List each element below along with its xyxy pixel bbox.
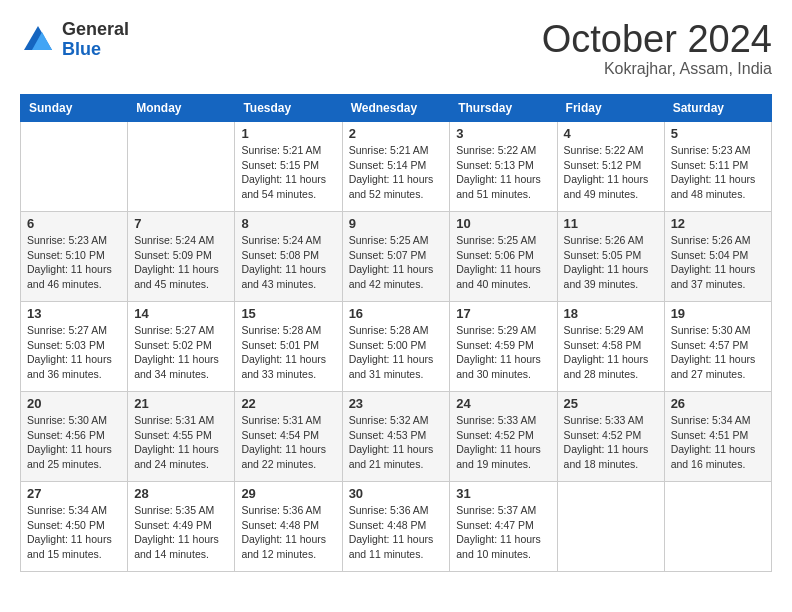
day-info: Sunrise: 5:29 AM Sunset: 4:59 PM Dayligh… [456, 323, 550, 382]
day-info: Sunrise: 5:21 AM Sunset: 5:14 PM Dayligh… [349, 143, 444, 202]
calendar-cell: 27Sunrise: 5:34 AM Sunset: 4:50 PM Dayli… [21, 482, 128, 572]
title-block: October 2024 Kokrajhar, Assam, India [542, 20, 772, 78]
day-number: 29 [241, 486, 335, 501]
day-info: Sunrise: 5:23 AM Sunset: 5:10 PM Dayligh… [27, 233, 121, 292]
day-info: Sunrise: 5:29 AM Sunset: 4:58 PM Dayligh… [564, 323, 658, 382]
calendar-cell: 2Sunrise: 5:21 AM Sunset: 5:14 PM Daylig… [342, 122, 450, 212]
day-number: 25 [564, 396, 658, 411]
day-number: 2 [349, 126, 444, 141]
day-info: Sunrise: 5:22 AM Sunset: 5:13 PM Dayligh… [456, 143, 550, 202]
day-number: 5 [671, 126, 765, 141]
calendar-cell: 21Sunrise: 5:31 AM Sunset: 4:55 PM Dayli… [128, 392, 235, 482]
calendar-cell: 30Sunrise: 5:36 AM Sunset: 4:48 PM Dayli… [342, 482, 450, 572]
day-number: 22 [241, 396, 335, 411]
day-number: 17 [456, 306, 550, 321]
day-info: Sunrise: 5:33 AM Sunset: 4:52 PM Dayligh… [564, 413, 658, 472]
calendar-cell: 28Sunrise: 5:35 AM Sunset: 4:49 PM Dayli… [128, 482, 235, 572]
col-header-friday: Friday [557, 95, 664, 122]
calendar-cell [664, 482, 771, 572]
calendar-week-row: 20Sunrise: 5:30 AM Sunset: 4:56 PM Dayli… [21, 392, 772, 482]
day-info: Sunrise: 5:37 AM Sunset: 4:47 PM Dayligh… [456, 503, 550, 562]
calendar-cell: 3Sunrise: 5:22 AM Sunset: 5:13 PM Daylig… [450, 122, 557, 212]
col-header-saturday: Saturday [664, 95, 771, 122]
calendar-cell [128, 122, 235, 212]
day-info: Sunrise: 5:31 AM Sunset: 4:55 PM Dayligh… [134, 413, 228, 472]
calendar-cell [21, 122, 128, 212]
day-number: 6 [27, 216, 121, 231]
logo-blue: Blue [62, 40, 129, 60]
day-info: Sunrise: 5:30 AM Sunset: 4:56 PM Dayligh… [27, 413, 121, 472]
day-info: Sunrise: 5:23 AM Sunset: 5:11 PM Dayligh… [671, 143, 765, 202]
day-info: Sunrise: 5:32 AM Sunset: 4:53 PM Dayligh… [349, 413, 444, 472]
day-number: 18 [564, 306, 658, 321]
day-info: Sunrise: 5:31 AM Sunset: 4:54 PM Dayligh… [241, 413, 335, 472]
day-number: 26 [671, 396, 765, 411]
col-header-monday: Monday [128, 95, 235, 122]
day-info: Sunrise: 5:27 AM Sunset: 5:02 PM Dayligh… [134, 323, 228, 382]
day-info: Sunrise: 5:36 AM Sunset: 4:48 PM Dayligh… [241, 503, 335, 562]
day-number: 24 [456, 396, 550, 411]
col-header-sunday: Sunday [21, 95, 128, 122]
day-number: 13 [27, 306, 121, 321]
calendar-cell: 19Sunrise: 5:30 AM Sunset: 4:57 PM Dayli… [664, 302, 771, 392]
day-number: 12 [671, 216, 765, 231]
calendar-week-row: 13Sunrise: 5:27 AM Sunset: 5:03 PM Dayli… [21, 302, 772, 392]
calendar-cell: 9Sunrise: 5:25 AM Sunset: 5:07 PM Daylig… [342, 212, 450, 302]
day-info: Sunrise: 5:25 AM Sunset: 5:07 PM Dayligh… [349, 233, 444, 292]
location-subtitle: Kokrajhar, Assam, India [542, 60, 772, 78]
day-number: 4 [564, 126, 658, 141]
day-info: Sunrise: 5:36 AM Sunset: 4:48 PM Dayligh… [349, 503, 444, 562]
day-number: 21 [134, 396, 228, 411]
day-info: Sunrise: 5:34 AM Sunset: 4:50 PM Dayligh… [27, 503, 121, 562]
logo-text: General Blue [62, 20, 129, 60]
day-info: Sunrise: 5:22 AM Sunset: 5:12 PM Dayligh… [564, 143, 658, 202]
day-number: 9 [349, 216, 444, 231]
day-number: 8 [241, 216, 335, 231]
col-header-thursday: Thursday [450, 95, 557, 122]
calendar-cell: 1Sunrise: 5:21 AM Sunset: 5:15 PM Daylig… [235, 122, 342, 212]
day-info: Sunrise: 5:28 AM Sunset: 5:01 PM Dayligh… [241, 323, 335, 382]
day-number: 31 [456, 486, 550, 501]
calendar-cell: 6Sunrise: 5:23 AM Sunset: 5:10 PM Daylig… [21, 212, 128, 302]
calendar-cell: 23Sunrise: 5:32 AM Sunset: 4:53 PM Dayli… [342, 392, 450, 482]
month-title: October 2024 [542, 20, 772, 58]
calendar-cell: 14Sunrise: 5:27 AM Sunset: 5:02 PM Dayli… [128, 302, 235, 392]
day-info: Sunrise: 5:28 AM Sunset: 5:00 PM Dayligh… [349, 323, 444, 382]
calendar-week-row: 1Sunrise: 5:21 AM Sunset: 5:15 PM Daylig… [21, 122, 772, 212]
day-info: Sunrise: 5:21 AM Sunset: 5:15 PM Dayligh… [241, 143, 335, 202]
day-number: 1 [241, 126, 335, 141]
calendar-cell: 10Sunrise: 5:25 AM Sunset: 5:06 PM Dayli… [450, 212, 557, 302]
calendar-cell: 24Sunrise: 5:33 AM Sunset: 4:52 PM Dayli… [450, 392, 557, 482]
calendar-cell: 5Sunrise: 5:23 AM Sunset: 5:11 PM Daylig… [664, 122, 771, 212]
day-info: Sunrise: 5:26 AM Sunset: 5:04 PM Dayligh… [671, 233, 765, 292]
calendar-week-row: 6Sunrise: 5:23 AM Sunset: 5:10 PM Daylig… [21, 212, 772, 302]
calendar-cell: 8Sunrise: 5:24 AM Sunset: 5:08 PM Daylig… [235, 212, 342, 302]
day-info: Sunrise: 5:26 AM Sunset: 5:05 PM Dayligh… [564, 233, 658, 292]
day-number: 14 [134, 306, 228, 321]
day-info: Sunrise: 5:34 AM Sunset: 4:51 PM Dayligh… [671, 413, 765, 472]
calendar-cell: 29Sunrise: 5:36 AM Sunset: 4:48 PM Dayli… [235, 482, 342, 572]
calendar-cell: 11Sunrise: 5:26 AM Sunset: 5:05 PM Dayli… [557, 212, 664, 302]
logo-icon [20, 22, 56, 58]
day-number: 11 [564, 216, 658, 231]
day-number: 19 [671, 306, 765, 321]
day-number: 23 [349, 396, 444, 411]
calendar-cell: 25Sunrise: 5:33 AM Sunset: 4:52 PM Dayli… [557, 392, 664, 482]
calendar-cell: 4Sunrise: 5:22 AM Sunset: 5:12 PM Daylig… [557, 122, 664, 212]
calendar-cell: 20Sunrise: 5:30 AM Sunset: 4:56 PM Dayli… [21, 392, 128, 482]
day-info: Sunrise: 5:33 AM Sunset: 4:52 PM Dayligh… [456, 413, 550, 472]
day-number: 7 [134, 216, 228, 231]
col-header-wednesday: Wednesday [342, 95, 450, 122]
day-info: Sunrise: 5:24 AM Sunset: 5:09 PM Dayligh… [134, 233, 228, 292]
day-number: 3 [456, 126, 550, 141]
day-number: 10 [456, 216, 550, 231]
calendar-week-row: 27Sunrise: 5:34 AM Sunset: 4:50 PM Dayli… [21, 482, 772, 572]
logo: General Blue [20, 20, 129, 60]
calendar-table: SundayMondayTuesdayWednesdayThursdayFrid… [20, 94, 772, 572]
calendar-cell: 16Sunrise: 5:28 AM Sunset: 5:00 PM Dayli… [342, 302, 450, 392]
calendar-cell: 15Sunrise: 5:28 AM Sunset: 5:01 PM Dayli… [235, 302, 342, 392]
calendar-cell: 13Sunrise: 5:27 AM Sunset: 5:03 PM Dayli… [21, 302, 128, 392]
calendar-header-row: SundayMondayTuesdayWednesdayThursdayFrid… [21, 95, 772, 122]
calendar-cell: 18Sunrise: 5:29 AM Sunset: 4:58 PM Dayli… [557, 302, 664, 392]
page-header: General Blue October 2024 Kokrajhar, Ass… [20, 20, 772, 78]
